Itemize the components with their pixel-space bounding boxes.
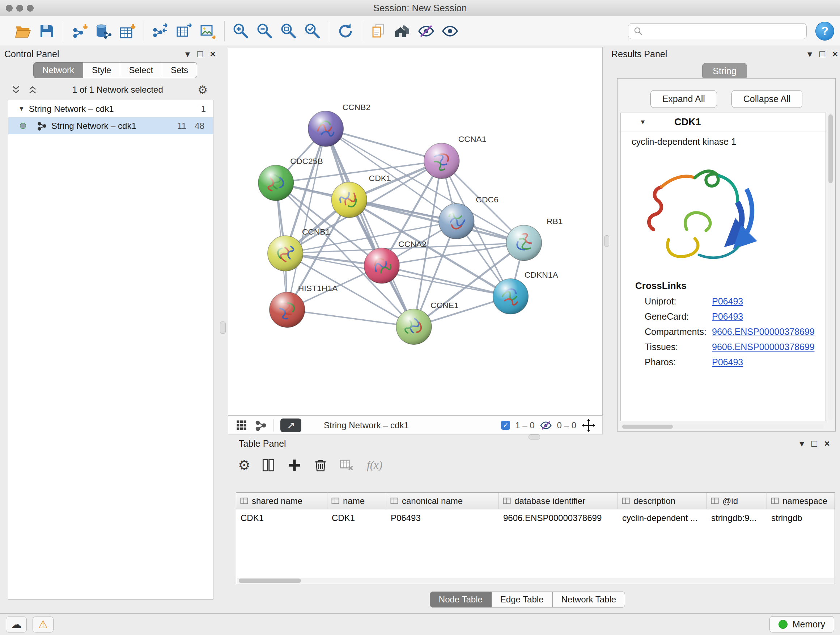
network-collection-row[interactable]: ▼ String Network – cdk1 1	[8, 100, 213, 117]
network-node-count: 11	[168, 121, 186, 131]
panel-close-icon[interactable]: ×	[210, 49, 216, 59]
network-row[interactable]: String Network – cdk1 11 48	[8, 117, 213, 134]
minimize-window-button[interactable]	[16, 5, 23, 11]
crosslink-link[interactable]: 9606.ENSP00000378699	[712, 342, 815, 352]
expand-all-icon[interactable]	[27, 85, 38, 95]
gene-card-caret-icon[interactable]: ▼	[639, 119, 646, 126]
delete-column-trash-icon[interactable]	[313, 457, 328, 473]
panel-float-icon[interactable]: □	[819, 49, 825, 59]
tree-caret-icon[interactable]: ▼	[19, 105, 25, 112]
tab-sets[interactable]: Sets	[162, 62, 197, 78]
column-header-database-identifier[interactable]: database identifier	[499, 493, 618, 509]
table-panel-title: Table Panel	[239, 439, 286, 449]
collapse-all-icon[interactable]	[11, 85, 21, 95]
collapse-all-button[interactable]: Collapse All	[731, 90, 803, 108]
hidden-eye-slash-icon[interactable]	[540, 419, 552, 432]
network-node-HIST1H1A[interactable]: HIST1H1A	[270, 283, 338, 328]
selected-nodes-checkbox-icon[interactable]: ✓	[501, 421, 510, 430]
tab-network-table[interactable]: Network Table	[553, 592, 625, 608]
copy-session-icon[interactable]	[366, 19, 390, 43]
tab-network[interactable]: Network	[33, 62, 83, 78]
fit-content-crosshair-icon[interactable]	[581, 418, 596, 432]
results-vertical-scrollbar[interactable]	[828, 113, 833, 420]
close-window-button[interactable]	[6, 5, 13, 11]
results-horizontal-scrollbar[interactable]	[621, 424, 824, 429]
network-edge[interactable]	[287, 129, 326, 310]
open-session-icon[interactable]	[11, 19, 35, 43]
left-splitter-handle[interactable]	[220, 321, 226, 334]
node-label: CCNB1	[302, 227, 330, 236]
tab-string[interactable]: String	[702, 63, 747, 79]
network-grid-icon[interactable]	[235, 418, 248, 432]
export-network-icon[interactable]	[148, 19, 172, 43]
table-cell: 9606.ENSP00000378699	[499, 509, 618, 525]
crosslink-link[interactable]: P06493	[712, 296, 743, 307]
column-header-@id[interactable]: @id	[707, 493, 767, 509]
zoom-fit-icon[interactable]	[277, 19, 301, 43]
column-header-canonical-name[interactable]: canonical name	[386, 493, 499, 509]
add-column-plus-icon[interactable]	[286, 457, 302, 473]
crosslink-link[interactable]: P06493	[712, 357, 743, 367]
tab-node-table[interactable]: Node Table	[430, 592, 492, 608]
panel-collapse-icon[interactable]: ▾	[807, 49, 812, 59]
import-network-database-icon[interactable]	[92, 19, 115, 43]
search-icon	[633, 27, 643, 36]
panel-collapse-icon[interactable]: ▾	[799, 439, 804, 448]
network-node-CCNA1[interactable]: CCNA1	[424, 134, 486, 179]
search-box[interactable]	[628, 23, 807, 39]
column-header-name[interactable]: name	[327, 493, 386, 509]
network-edge[interactable]	[325, 129, 441, 161]
panel-collapse-icon[interactable]: ▾	[185, 49, 190, 59]
network-node-RB1[interactable]: RB1	[507, 217, 563, 261]
help-button[interactable]: ?	[815, 22, 834, 41]
network-status-dot	[20, 123, 26, 129]
network-share-icon[interactable]	[255, 419, 267, 432]
network-node-CCNB2[interactable]: CCNB2	[308, 103, 371, 147]
tab-edge-table[interactable]: Edge Table	[492, 592, 553, 608]
cloud-button[interactable]: ☁	[6, 616, 27, 632]
show-columns-icon[interactable]	[261, 457, 276, 473]
network-collection-count: 1	[201, 104, 206, 114]
refresh-view-icon[interactable]	[333, 19, 357, 43]
open-in-new-window-button[interactable]: ↗	[280, 418, 302, 432]
node-label: CCNB2	[342, 103, 370, 112]
home-view-icon[interactable]	[390, 19, 414, 43]
table-horizontal-scrollbar[interactable]	[237, 578, 834, 584]
current-network-title: String Network – cdk1	[324, 420, 409, 431]
crosslink-link[interactable]: 9606.ENSP00000378699	[712, 326, 815, 337]
table-options-gear-icon[interactable]: ⚙	[238, 458, 250, 472]
export-image-icon[interactable]	[196, 19, 220, 43]
column-header-shared-name[interactable]: shared name	[236, 493, 327, 509]
tab-select[interactable]: Select	[120, 62, 162, 78]
import-network-file-icon[interactable]	[68, 19, 92, 43]
zoom-in-icon[interactable]	[229, 19, 253, 43]
save-session-icon[interactable]	[35, 19, 58, 43]
panel-close-icon[interactable]: ×	[824, 439, 830, 448]
column-header-namespace[interactable]: namespace	[767, 493, 835, 509]
search-input[interactable]	[646, 26, 801, 36]
network-node-CDKN1A[interactable]: CDKN1A	[493, 270, 559, 314]
crosslink-link[interactable]: P06493	[712, 311, 743, 322]
network-edge[interactable]	[287, 310, 414, 327]
table-row[interactable]: CDK1CDK1P064939606.ENSP00000378699cyclin…	[236, 509, 835, 525]
memory-button[interactable]: Memory	[769, 616, 834, 632]
panel-close-icon[interactable]: ×	[832, 49, 838, 59]
show-all-icon[interactable]	[438, 19, 462, 43]
network-options-gear-icon[interactable]: ⚙	[195, 84, 210, 96]
tab-style[interactable]: Style	[83, 62, 120, 78]
right-splitter-handle[interactable]	[604, 235, 609, 247]
network-canvas[interactable]: CCNB2CCNA1CDC25BCDK1CDC6RB1CCNB1CCNA2CDK…	[228, 47, 603, 416]
horizontal-splitter-handle[interactable]	[529, 434, 540, 440]
column-header-description[interactable]: description	[618, 493, 707, 509]
expand-all-button[interactable]: Expand All	[651, 90, 717, 108]
panel-float-icon[interactable]: □	[812, 439, 817, 448]
warnings-button[interactable]: ⚠	[33, 616, 54, 632]
zoom-selected-icon[interactable]	[301, 19, 325, 43]
export-table-icon[interactable]	[172, 19, 196, 43]
zoom-out-icon[interactable]	[253, 19, 277, 43]
panel-float-icon[interactable]: □	[197, 49, 203, 59]
hide-selected-icon[interactable]	[414, 19, 438, 43]
network-edge[interactable]	[325, 129, 414, 327]
import-table-file-icon[interactable]	[115, 19, 139, 43]
maximize-window-button[interactable]	[27, 5, 34, 11]
